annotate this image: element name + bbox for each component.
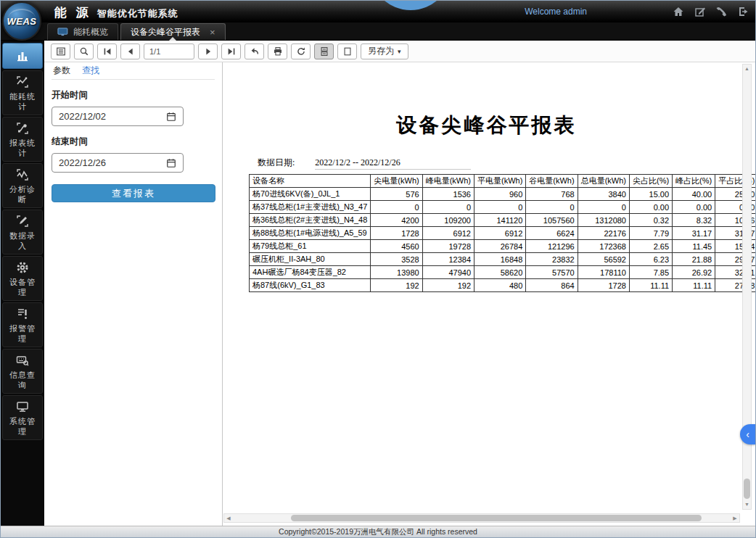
last-page-button[interactable] (221, 44, 241, 59)
trend-icon (15, 75, 30, 89)
column-header: 尖占比(%) (629, 175, 672, 188)
tab-find[interactable]: 查找 (82, 65, 99, 77)
value-cell: 13980 (371, 266, 422, 279)
device-name-cell: 杨87线(6kV)_G1_83 (250, 279, 371, 292)
sidebar-item-analysis[interactable]: 分析诊断 (2, 163, 43, 208)
start-time-label: 开始时间 (52, 89, 215, 102)
column-header: 设备名称 (250, 175, 371, 188)
query-icon (15, 353, 30, 368)
caret-down-icon: ▾ (398, 48, 401, 55)
sidebar-item-device-mgmt[interactable]: 设备管理 (2, 256, 43, 301)
save-as-button[interactable]: 另存为▾ (361, 44, 408, 59)
column-header: 峰占比(%) (673, 175, 715, 188)
sidebar-item-report-stats[interactable]: 报表统计 (2, 117, 43, 162)
value-cell: 109200 (422, 214, 474, 227)
single-page-view-button[interactable] (337, 44, 357, 59)
sidebar-item-overview[interactable] (2, 43, 43, 69)
value-cell: 23832 (526, 253, 578, 266)
device-name-cell: 杨88线总柜(1#电源进线)_A5_59 (250, 227, 371, 240)
sidebar-item-system-mgmt[interactable]: 系统管理 (2, 395, 43, 440)
value-cell: 12384 (422, 253, 474, 266)
tab-label: 能耗概览 (73, 26, 108, 38)
value-cell: 576 (371, 188, 422, 201)
table-row: 杨70进线6KV(备)_0JL_15761536960768384015.004… (250, 188, 756, 201)
horizontal-scrollbar[interactable]: ◀ ▶ (223, 513, 740, 523)
first-page-button[interactable] (97, 44, 117, 59)
prev-icon (126, 46, 136, 57)
print-button[interactable] (268, 44, 287, 59)
device-name-cell: 碾压机柜_II-3AH_80 (250, 253, 371, 266)
scroll-down-icon[interactable]: ▼ (743, 500, 751, 509)
print-icon (273, 46, 283, 57)
next-page-button[interactable] (198, 44, 218, 59)
logout-icon[interactable] (738, 6, 749, 17)
value-cell: 864 (526, 279, 578, 292)
search-button[interactable] (74, 44, 94, 59)
tab-device-peak-valley-report[interactable]: 设备尖峰谷平报表 × (120, 23, 226, 40)
back-button[interactable] (245, 44, 264, 59)
page-indicator[interactable] (144, 44, 194, 59)
sidebar-item-data-entry[interactable]: 数据录入 (2, 210, 43, 254)
end-date-input[interactable]: 2022/12/26 (52, 153, 184, 173)
table-row: 杨88线总柜(1#电源进线)_A5_5917286912691266242217… (250, 227, 756, 240)
sidebar-item-alarm-mgmt[interactable]: 报警管理 (2, 302, 43, 347)
edit-icon[interactable] (694, 6, 706, 17)
calendar-icon[interactable] (166, 112, 176, 122)
home-icon[interactable] (673, 6, 684, 17)
prev-page-button[interactable] (120, 44, 140, 59)
view-report-button[interactable]: 查看报表 (52, 184, 215, 202)
horizontal-scroll-thumb[interactable] (291, 515, 702, 521)
value-cell: 192 (422, 279, 474, 292)
value-cell: 0.00 (673, 201, 715, 214)
parameters-toggle-button[interactable] (51, 44, 70, 59)
refresh-button[interactable] (291, 44, 311, 59)
value-cell: 0 (526, 201, 578, 214)
vertical-scroll-thumb[interactable] (744, 479, 750, 499)
sidebar-item-energy-stats[interactable]: 能耗统计 (2, 70, 43, 115)
start-date-input[interactable]: 2022/12/02 (52, 107, 184, 126)
device-name-cell: 杨36线总柜(2#主变进线)_N4_48 (250, 214, 371, 227)
value-cell: 141120 (474, 214, 526, 227)
value-cell: 26.92 (673, 266, 715, 279)
column-header: 尖电量(kWh) (371, 175, 422, 188)
value-cell: 0.00 (629, 201, 672, 214)
panel-tabs: 参数 查找 (52, 62, 215, 80)
flow-icon (15, 121, 30, 136)
table-row: 4AH碾选厂杨84变压器_821398047940586205757017811… (250, 266, 756, 279)
table-row: 杨87线(6kV)_G1_83192192480864172811.1111.1… (250, 279, 756, 292)
scroll-right-icon[interactable]: ▶ (731, 514, 739, 522)
sidebar-item-label: 信息查询 (7, 370, 38, 390)
collapse-panel-button[interactable]: ‹ (740, 424, 755, 444)
calendar-icon[interactable] (166, 158, 176, 168)
next-icon (203, 46, 213, 57)
value-cell: 11.11 (629, 279, 672, 292)
back-icon (250, 46, 260, 57)
value-cell: 21.88 (673, 253, 715, 266)
value-cell: 0 (422, 201, 474, 214)
sidebar-item-info-query[interactable]: 信息查询 (2, 349, 43, 394)
phone-icon[interactable] (716, 6, 728, 17)
sidebar-item-label: 分析诊断 (7, 184, 38, 204)
value-cell: 2.65 (629, 240, 672, 253)
report-date-line: 数据日期:2022/12/2 -- 2022/12/26 (258, 157, 755, 170)
scroll-up-icon[interactable]: ▲ (743, 65, 751, 73)
close-tab-icon[interactable]: × (210, 27, 215, 38)
tab-parameters[interactable]: 参数 (53, 65, 70, 77)
scroll-left-icon[interactable]: ◀ (224, 514, 233, 522)
tab-energy-overview[interactable]: 能耗概览 (47, 23, 118, 40)
value-cell: 1728 (371, 227, 422, 240)
table-row: 杨36线总柜(2#主变进线)_N4_4842001092001411201057… (250, 214, 756, 227)
product-subtitle: 智能优化节能系统 (97, 7, 178, 20)
value-cell: 4200 (371, 214, 422, 227)
continuous-view-button[interactable] (314, 44, 334, 59)
value-cell: 7.85 (629, 266, 672, 279)
toc-icon (56, 46, 66, 57)
value-cell: 1312080 (578, 214, 629, 227)
value-cell: 1728 (578, 279, 629, 292)
tab-label: 设备尖峰谷平报表 (131, 26, 200, 38)
value-cell: 3528 (371, 253, 422, 266)
save-as-label: 另存为 (368, 45, 394, 57)
value-cell: 768 (526, 188, 578, 201)
last-icon (226, 46, 237, 57)
device-name-cell: 杨79线总柜_61 (250, 240, 371, 253)
